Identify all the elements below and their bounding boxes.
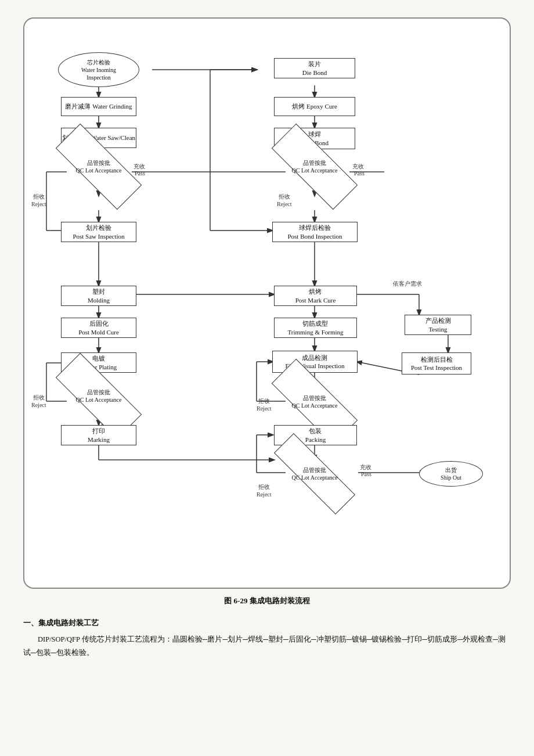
epoxy-cure-label: 烘烤 Epoxy Cure: [292, 102, 337, 110]
reject-packing-label: 拒收Reject: [257, 483, 272, 498]
post-mold-cure-label: 后固化Post Mold Cure: [78, 319, 119, 336]
reject-left-mid-label: 拒收Reject: [31, 394, 46, 408]
water-grinding-label: 磨片减薄 Water Grinding: [65, 102, 132, 110]
reject-left-label: 拒收Reject: [31, 193, 46, 207]
post-bond-node: 球焊后检验Post Bond Inspection: [272, 222, 358, 242]
qc-lot-left-node: 品管按批QC Lot Acceptance: [55, 149, 142, 184]
section-title: 一、集成电路封装工艺: [23, 618, 511, 628]
qc-lot-mid-left-label: 品管按批QC Lot Acceptance: [76, 388, 122, 404]
testing-node: 产品检测Testing: [405, 315, 471, 335]
qc-lot-right-label: 品管按批QC Lot Acceptance: [292, 159, 338, 174]
molding-node: 塑封Molding: [61, 286, 136, 306]
qc-lot-last-node: 品管按批QC Lot Acceptance: [271, 460, 358, 488]
qc-lot-left-label: 品管按批QC Lot Acceptance: [76, 159, 122, 174]
flowchart: 充收 Pass: [30, 30, 506, 576]
marking-label: 打印Marking: [88, 427, 110, 444]
figure-caption: 图 6-29 集成电路封装流程: [23, 596, 511, 606]
diagram-container: 充收 Pass: [23, 17, 511, 589]
post-mark-cure-label: 烘烤Post Mark Cure: [295, 287, 336, 304]
post-test-node: 检测后目检Post Test Inspection: [402, 352, 471, 375]
svg-text:Pass: Pass: [361, 471, 371, 477]
ship-out-node: 出货Ship Out: [419, 461, 483, 487]
trimming-label: 切筋成型Trimming & Forming: [287, 319, 343, 336]
packing-label: 包装Packing: [305, 427, 326, 444]
water-grinding-node: 磨片减薄 Water Grinding: [61, 97, 136, 116]
post-test-label: 检测后目检Post Test Inspection: [411, 355, 462, 372]
post-saw-node: 划片检验Post Saw Inspection: [61, 222, 136, 242]
qc-lot-final-node: 品管按批QC Lot Acceptance: [271, 384, 358, 419]
epoxy-cure-node: 烘烤 Epoxy Cure: [274, 97, 355, 116]
qc-lot-mid-left-node: 品管按批QC Lot Acceptance: [55, 379, 142, 413]
trimming-node: 切筋成型Trimming & Forming: [274, 318, 357, 338]
ship-out-label: 出货Ship Out: [441, 466, 461, 481]
wafer-inspection-label: 芯片检验Water InomingInspection: [81, 59, 116, 81]
body-text: DIP/SOP/QFP 传统芯片封装工艺流程为：晶圆检验─磨片─划片─焊线─塑封…: [23, 633, 511, 660]
die-bond-label: 装片Die Bond: [302, 60, 327, 77]
svg-text:充收: 充收: [360, 464, 371, 470]
post-mark-cure-node: 烘烤Post Mark Cure: [274, 286, 357, 306]
reject-right-label: 拒收Reject: [277, 193, 292, 207]
qc-lot-final-label: 品管按批QC Lot Acceptance: [292, 394, 338, 409]
marking-node: 打印Marking: [61, 425, 136, 445]
testing-label: 产品检测Testing: [425, 316, 451, 333]
die-bond-node: 装片Die Bond: [274, 58, 355, 78]
customer-req-label: 依客户需求: [393, 280, 422, 288]
post-bond-label: 球焊后检验Post Bond Inspection: [287, 224, 342, 240]
post-mold-cure-node: 后固化Post Mold Cure: [61, 318, 136, 338]
qc-lot-last-label: 品管按批QC Lot Acceptance: [292, 466, 338, 481]
post-saw-label: 划片检验Post Saw Inspection: [73, 224, 124, 240]
reject-mid-right-label: 拒收Reject: [257, 397, 272, 412]
page: 充收 Pass: [0, 0, 534, 756]
qc-lot-right-node: 品管按批QC Lot Acceptance: [271, 149, 358, 184]
molding-label: 塑封Molding: [88, 287, 110, 304]
wafer-inspection-node: 芯片检验Water InomingInspection: [58, 52, 139, 87]
